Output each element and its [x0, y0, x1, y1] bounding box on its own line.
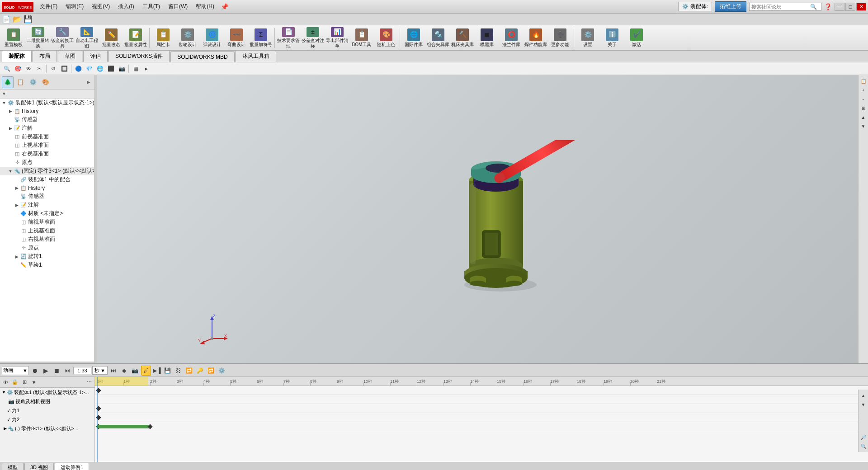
animation-timeline[interactable]: 0秒1秒2秒3秒4秒5秒6秒7秒8秒9秒10秒11秒12秒13秒14秒15秒16…: [95, 377, 868, 462]
anim-left-more-btn[interactable]: ⋯: [85, 378, 94, 387]
anim-prev-key-btn[interactable]: ⏮: [62, 366, 72, 376]
pin-icon[interactable]: 📌: [221, 3, 228, 10]
tab-model[interactable]: 模型: [2, 463, 24, 470]
anim-zoom-out[interactable]: 🔎: [859, 433, 868, 441]
anim-mode-combo[interactable]: 动画 ▼: [2, 366, 29, 375]
view-diamond-btn[interactable]: 💎: [84, 64, 94, 74]
menu-tools[interactable]: 工具(T): [139, 2, 164, 11]
toolbar-weld-lib[interactable]: 🔥 焊件功能库: [524, 27, 547, 49]
anim-left-lock-btn[interactable]: 🔒: [10, 378, 19, 387]
menu-help[interactable]: 帮助(H): [192, 2, 218, 11]
tree-sub-annotations[interactable]: ▶ 📝 注解: [0, 201, 94, 209]
anim-play-btn[interactable]: ▶: [41, 366, 51, 376]
toolbar-colorize[interactable]: 🎨 随机上色: [374, 27, 398, 49]
toolbar-curve[interactable]: 〰️ 弯曲设计: [225, 27, 248, 49]
menu-view[interactable]: 视图(V): [88, 2, 113, 11]
anim-add-key-btn[interactable]: ◆: [119, 366, 129, 376]
anim-stop-btn[interactable]: ⏹: [52, 366, 61, 376]
toolbar-intl-lib[interactable]: 🌐 国际件库: [402, 27, 425, 49]
panel-tab-display[interactable]: 🎨: [40, 76, 52, 88]
view-eye-btn[interactable]: 👁: [24, 64, 33, 74]
anim-tree-root[interactable]: ▼ ⚙️ 装配体1 (默认<默认显示状态-1>...: [0, 388, 94, 397]
tree-annotations[interactable]: ▶ 📝 注解: [0, 124, 94, 132]
anim-next-key-btn[interactable]: ⏭: [108, 366, 118, 376]
tree-history-expand[interactable]: ▶: [7, 108, 14, 114]
anim-right-scrollbar[interactable]: ▲ ▼ 🔍 🔎: [858, 390, 868, 452]
tree-front-plane[interactable]: ◫ 前视基准面: [0, 132, 94, 141]
tree-sensors[interactable]: 📡 传感器: [0, 115, 94, 124]
tree-sub-right-plane[interactable]: ◫ 右视基准面: [0, 235, 94, 244]
win-minimize[interactable]: ─: [835, 3, 844, 11]
tree-root[interactable]: ▼ ⚙️ 装配体1 (默认<默认显示状态-1>): [0, 99, 94, 107]
toolbar-bom[interactable]: 📋 BOM工具: [350, 27, 373, 49]
tree-origin[interactable]: ✛ 原点: [0, 158, 94, 167]
tab-sketch[interactable]: 草图: [58, 50, 82, 62]
view-globe-btn[interactable]: 🌐: [95, 64, 105, 74]
tree-sub-history[interactable]: ▶ 📋 History: [0, 184, 94, 192]
toolbar-settings[interactable]: ⚙️ 设置: [576, 27, 599, 49]
view-rotate-btn[interactable]: ↺: [48, 64, 58, 74]
anim-anim-prop-btn[interactable]: 🔂: [206, 366, 216, 376]
win-maximize[interactable]: □: [845, 3, 855, 11]
view-zoom-btn[interactable]: 🔍: [2, 64, 12, 74]
anim-scroll-up[interactable]: ▲: [859, 391, 868, 400]
vr-display-btn[interactable]: 📋: [859, 77, 868, 85]
toolbar-batch-rename[interactable]: ✏️ 批量改名: [99, 27, 123, 49]
tree-sub-annotations-expand[interactable]: ▶: [14, 202, 20, 208]
tree-revolve1-expand[interactable]: ▶: [14, 254, 20, 260]
anim-save-avi-btn[interactable]: 💾: [163, 366, 173, 376]
anim-settings-btn[interactable]: ⚙️: [217, 366, 227, 376]
tree-mates[interactable]: 🔗 装配体1 中的配合: [0, 175, 94, 184]
toolbar-2d-convert[interactable]: 🔄 二维批量转换: [26, 27, 50, 49]
view-camera-btn[interactable]: 📷: [117, 64, 127, 74]
upload-button[interactable]: 拓维上传: [715, 1, 746, 12]
tab-sw-plugin[interactable]: SOLIDWORKS插件: [108, 50, 170, 62]
panel-tab-tree[interactable]: 🌲: [2, 76, 14, 88]
toolbar-auto-drawing[interactable]: 📐 自动出工程图: [75, 27, 99, 49]
tree-sub-origin[interactable]: ✛ 原点: [0, 244, 94, 252]
panel-expand-btn[interactable]: ▶: [85, 76, 93, 88]
tree-material[interactable]: 🔷 材质 <未指定>: [0, 209, 94, 218]
toolbar-combo-fixture[interactable]: 🔩 组合夹具库: [426, 27, 450, 49]
toolbar-more[interactable]: ➕ 更多功能: [548, 27, 572, 49]
toolbar-propcard[interactable]: 📋 属性卡: [151, 27, 175, 49]
toolbar-export-bom[interactable]: 📊 导出部件清单: [326, 27, 349, 49]
tree-sub-history-expand[interactable]: ▶: [14, 185, 20, 191]
view-target-btn[interactable]: 🎯: [13, 64, 23, 74]
anim-play-mode-btn[interactable]: ▶▐: [152, 366, 162, 376]
viewport[interactable]: Z X Y 📋 + - ⊞ ▲ ▼: [97, 75, 868, 363]
view-box-btn[interactable]: 🔲: [59, 64, 69, 74]
anim-add-view-btn[interactable]: 📷: [130, 366, 140, 376]
panel-tab-config[interactable]: ⚙️: [27, 76, 39, 88]
anim-zoom-in[interactable]: 🔍: [859, 442, 868, 450]
tree-part3[interactable]: ▼ 🔩 (固定) 零件3<1> (默认<<默认>_显...: [0, 167, 94, 175]
search-input[interactable]: [751, 4, 810, 9]
qa-new[interactable]: 📄: [2, 15, 11, 24]
anim-time-unit-combo[interactable]: 秒 ▼: [92, 366, 108, 375]
tab-layout[interactable]: 布局: [33, 50, 57, 62]
anim-scroll-down[interactable]: ▼: [859, 400, 868, 409]
anim-left-expand-btn[interactable]: ⊞: [20, 378, 29, 387]
tree-annotations-expand[interactable]: ▶: [7, 125, 14, 132]
toolbar-sheetmetal[interactable]: 🔧 钣金转换工具: [51, 27, 74, 49]
toolbar-about[interactable]: ℹ️ 关于: [600, 27, 624, 49]
tab-mufeng[interactable]: 沐风工具箱: [236, 50, 276, 62]
menu-window[interactable]: 窗口(W): [165, 2, 191, 11]
vr-zoom-out-btn[interactable]: -: [859, 95, 868, 103]
anim-chain-btn[interactable]: ⛓: [174, 366, 184, 376]
anim-tree-part8[interactable]: ▶ 🔩 (-) 零件8<1> (默认<<默认>...: [0, 424, 94, 433]
tree-revolve1[interactable]: ▶ 🔄 旋转1: [0, 252, 94, 261]
toolbar-flange-lib[interactable]: ⭕ 法兰件库: [500, 27, 523, 49]
vr-next-btn[interactable]: ▼: [859, 122, 868, 130]
tree-history[interactable]: ▶ 📋 History: [0, 107, 94, 115]
tree-top-plane[interactable]: ◫ 上视基准面: [0, 141, 94, 150]
tree-right-plane[interactable]: ◫ 右视基准面: [0, 150, 94, 158]
help-icon[interactable]: ❓: [824, 3, 832, 10]
panel-tab-props[interactable]: 📋: [14, 76, 26, 88]
toolbar-mold-lib[interactable]: ◼ 模黑库: [475, 27, 499, 49]
anim-record-btn[interactable]: ⏺: [30, 366, 40, 376]
anim-tree-root-expand[interactable]: ▼: [2, 390, 6, 395]
view-more-btn[interactable]: ▸: [142, 64, 151, 74]
qa-save[interactable]: 💾: [24, 15, 33, 24]
anim-tree-part8-expand[interactable]: ▶: [4, 426, 7, 431]
